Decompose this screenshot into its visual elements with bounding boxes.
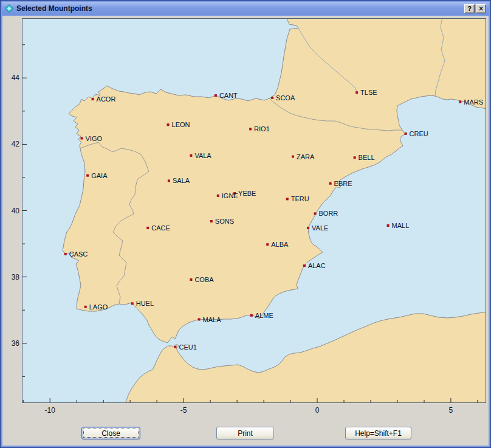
station-label: SALA	[173, 177, 190, 184]
station-marker	[329, 182, 332, 185]
print-button[interactable]: Print	[216, 427, 274, 439]
station-marker	[86, 174, 89, 177]
station-marker	[217, 195, 219, 197]
station-marker	[303, 264, 306, 267]
y-axis-tick-label: 36	[2, 339, 19, 348]
station-marker	[355, 91, 358, 94]
window-title: Selected Mountpoints	[16, 4, 463, 13]
station-marker	[354, 156, 356, 159]
help-titlebar-button[interactable]: ?	[464, 4, 475, 13]
station-label: CACE	[151, 224, 170, 232]
station-label: IGNE	[222, 192, 238, 199]
station-label: ALAC	[308, 262, 326, 269]
station-label: BELL	[359, 154, 375, 161]
station-marker	[459, 101, 461, 103]
station-label: CREU	[410, 130, 428, 137]
x-axis-tick-label: -10	[45, 406, 55, 415]
station-marker	[198, 319, 201, 321]
station-marker	[250, 314, 253, 317]
station-marker	[167, 123, 170, 126]
station-marker	[249, 128, 252, 130]
selected-mountpoints-window: Selected Mountpoints ? ✕ ACORCANTSCOATLS…	[0, 0, 491, 448]
station-marker	[307, 227, 309, 229]
station-marker	[266, 243, 269, 246]
station-label: SCOA	[276, 94, 295, 102]
station-label: LEON	[172, 121, 190, 128]
station-label: ALME	[255, 312, 273, 319]
station-marker	[405, 133, 407, 135]
station-marker	[131, 302, 134, 305]
station-label: HUEL	[136, 300, 154, 307]
help-button[interactable]: Help=Shift+F1	[345, 427, 411, 439]
x-axis-tick-label: 0	[315, 406, 320, 415]
station-marker	[168, 179, 170, 182]
station-marker	[314, 212, 317, 215]
titlebar[interactable]: Selected Mountpoints ? ✕	[2, 2, 489, 15]
station-label: ALBA	[271, 241, 289, 248]
station-label: ACOR	[97, 95, 116, 103]
close-button[interactable]: Close	[81, 427, 140, 439]
station-label: CEU1	[179, 343, 197, 351]
window-content: ACORCANTSCOATLSEMARSLEONRIO1CREUVIGOVALA…	[2, 16, 489, 446]
map-canvas: ACORCANTSCOATLSEMARSLEONRIO1CREUVIGOVALA…	[22, 18, 486, 403]
station-marker	[387, 224, 390, 227]
station-label: COBA	[194, 276, 214, 283]
station-label: TERU	[291, 195, 309, 202]
station-label: VALE	[312, 224, 328, 232]
x-axis-tick-label: 5	[449, 406, 453, 415]
station-marker	[81, 137, 83, 140]
station-label: YEBE	[238, 190, 256, 197]
y-axis-tick-label: 42	[2, 139, 19, 149]
app-icon	[5, 4, 13, 13]
station-label: BORR	[319, 210, 338, 217]
station-marker	[292, 156, 294, 158]
station-label: MALA	[203, 316, 222, 323]
station-label: ZARA	[297, 153, 315, 160]
x-axis-tick-label: -5	[180, 406, 187, 415]
station-label: VIGO	[86, 135, 103, 142]
station-label: EBRE	[334, 180, 352, 187]
station-marker	[84, 306, 87, 308]
close-titlebar-button[interactable]: ✕	[476, 4, 486, 13]
station-marker	[286, 198, 289, 200]
y-axis-tick-label: 38	[2, 272, 19, 282]
station-marker	[210, 220, 213, 222]
station-label: MARS	[464, 98, 483, 106]
station-marker	[92, 98, 94, 100]
station-marker	[190, 154, 192, 157]
station-label: VALA	[194, 152, 211, 159]
station-label: CASC	[69, 250, 88, 258]
station-marker	[146, 227, 149, 229]
station-label: GAIA	[91, 172, 108, 179]
station-label: SONS	[215, 218, 234, 225]
station-marker	[271, 97, 273, 99]
station-label: LAGO	[89, 303, 108, 311]
y-axis-tick-label: 40	[2, 206, 19, 216]
station-label: TLSE	[360, 89, 377, 96]
map-plot-area: ACORCANTSCOATLSEMARSLEONRIO1CREUVIGOVALA…	[2, 16, 489, 424]
station-label: RIO1	[254, 125, 270, 133]
station-marker	[215, 94, 217, 97]
station-label: MALL	[392, 222, 410, 229]
station-label: CANT	[219, 92, 238, 99]
station-marker	[190, 278, 192, 281]
station-marker	[64, 253, 67, 255]
y-axis-tick-label: 44	[2, 73, 19, 83]
station-marker	[174, 346, 177, 348]
